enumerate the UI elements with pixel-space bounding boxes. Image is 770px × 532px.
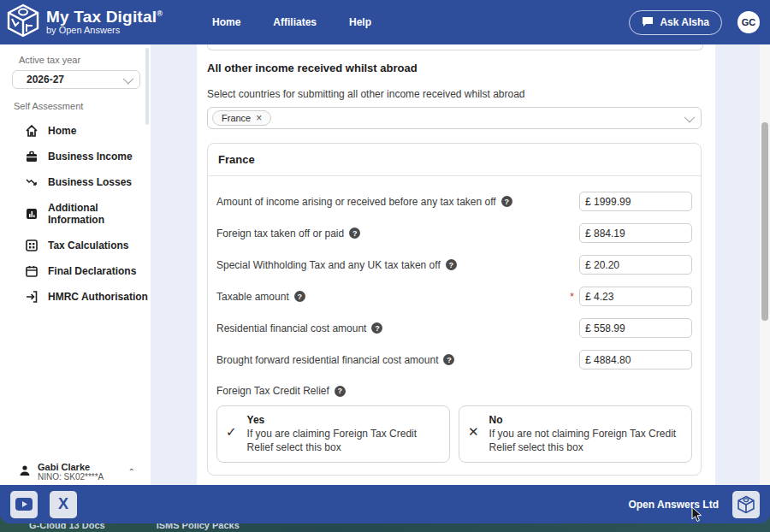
help-icon[interactable]: ? (294, 291, 305, 302)
field-row-income-arising: Amount of income arising or received bef… (216, 192, 692, 211)
residential-cost-input[interactable] (579, 318, 692, 338)
field-row-residential-cost: Residential financial cost amount? (216, 318, 692, 338)
field-row-taxable-amount: Taxable amount? * (216, 287, 692, 306)
active-tax-year-label: Active tax year (19, 55, 151, 65)
ftcr-yes-option[interactable]: ✓ Yes If you are claiming Foreign Tax Cr… (216, 405, 450, 463)
ftcr-no-option[interactable]: ✕ No If you are not claiming Foreign Tax… (459, 405, 692, 463)
main-panel: All other income received whilst abroad … (197, 44, 715, 485)
help-icon[interactable]: ? (349, 228, 360, 239)
sidebar: Active tax year 2026-27 Self Assessment … (0, 44, 151, 485)
cube-logo-icon (7, 3, 39, 41)
nav-affiliates[interactable]: Affiliates (273, 16, 317, 28)
clipped-previous-element (207, 44, 703, 50)
check-icon: ✓ (226, 424, 237, 454)
user-name: Gabi Clarke (38, 462, 104, 472)
sidebar-menu: Home Business Income Business Losses Add… (0, 118, 151, 310)
france-card: France Amount of income arising or recei… (207, 143, 702, 476)
sidebar-item-home[interactable]: Home (0, 118, 151, 144)
help-icon[interactable]: ? (371, 322, 382, 334)
calculator-grid-icon (26, 239, 38, 251)
person-icon (19, 464, 31, 480)
cross-icon: ✕ (468, 424, 479, 454)
tax-year-select[interactable]: 2026-27 (12, 70, 140, 89)
home-icon (26, 125, 38, 137)
ask-aisha-button[interactable]: Ask AIsha (629, 10, 722, 35)
sign-in-icon (26, 291, 38, 303)
help-icon[interactable]: ? (501, 196, 512, 207)
section-title: All other income received whilst abroad (207, 62, 702, 74)
sidebar-item-business-income[interactable]: Business Income (0, 144, 151, 169)
chat-icon (642, 16, 654, 29)
chevron-up-icon[interactable]: ⌃ (128, 467, 135, 476)
trend-down-icon (26, 176, 38, 188)
taxable-amount-input[interactable] (579, 287, 692, 306)
brought-forward-input[interactable] (579, 350, 692, 369)
field-row-brought-forward: Brought forward residential financial co… (216, 350, 692, 369)
sidebar-item-tax-calculations[interactable]: Tax Calculations (0, 233, 151, 258)
income-arising-input[interactable] (579, 192, 692, 211)
chevron-down-icon (684, 111, 696, 122)
france-card-title: France (208, 144, 701, 176)
top-header: My Tax Digital® by Open Answers Home Aff… (0, 0, 770, 44)
help-icon[interactable]: ? (443, 354, 454, 365)
sidebar-item-hmrc-authorisation[interactable]: HMRC Authorisation (0, 284, 151, 310)
user-avatar[interactable]: GC (737, 11, 760, 33)
open-answers-cube-icon[interactable] (732, 491, 760, 518)
sidebar-scrollbar[interactable] (145, 48, 149, 125)
country-select-label: Select countries for submitting all othe… (207, 88, 702, 100)
self-assessment-label: Self Assessment (14, 101, 151, 111)
nav-home[interactable]: Home (212, 16, 240, 28)
brand-text: My Tax Digital® by Open Answers (46, 9, 163, 35)
top-nav: Home Affiliates Help (212, 16, 371, 28)
youtube-icon[interactable] (10, 491, 38, 518)
special-withholding-input[interactable] (579, 255, 692, 275)
sidebar-user[interactable]: Gabi Clarke NINO: SK02****A ⌃ (0, 462, 151, 482)
brand-logo[interactable]: My Tax Digital® by Open Answers (0, 3, 163, 41)
nav-help[interactable]: Help (349, 16, 371, 28)
footer-company: Open Answers Ltd (628, 499, 719, 511)
app-window: G-Cloud 13 Docs ISMS Policy Packs My Tax… (0, 0, 770, 532)
calendar-icon (26, 265, 38, 277)
sidebar-item-additional-information[interactable]: Additional Information (0, 195, 151, 233)
foreign-tax-input[interactable] (579, 223, 692, 243)
briefcase-icon (26, 151, 38, 163)
sidebar-item-final-declarations[interactable]: Final Declarations (0, 258, 151, 284)
country-chip-france: France × (212, 110, 271, 126)
mouse-cursor (691, 506, 703, 527)
page-scrollbar-thumb[interactable] (761, 122, 768, 321)
chip-remove-icon[interactable]: × (256, 113, 262, 123)
field-row-foreign-tax: Foreign tax taken off or paid? (216, 223, 692, 243)
field-row-special-withholding: Special Withholding Tax and any UK tax t… (216, 255, 692, 275)
bar-chart-icon (26, 208, 38, 220)
country-multiselect[interactable]: France × (207, 107, 702, 129)
user-nino: NINO: SK02****A (38, 472, 104, 482)
help-icon[interactable]: ? (335, 386, 346, 397)
chevron-down-icon (123, 73, 134, 84)
x-twitter-icon[interactable]: X (50, 491, 77, 518)
app-footer: X Open Answers Ltd (0, 485, 770, 523)
required-asterisk: * (570, 291, 574, 303)
ftcr-label: Foreign Tax Credit Relief? (216, 385, 692, 397)
sidebar-item-business-losses[interactable]: Business Losses (0, 169, 151, 195)
help-icon[interactable]: ? (446, 259, 457, 270)
